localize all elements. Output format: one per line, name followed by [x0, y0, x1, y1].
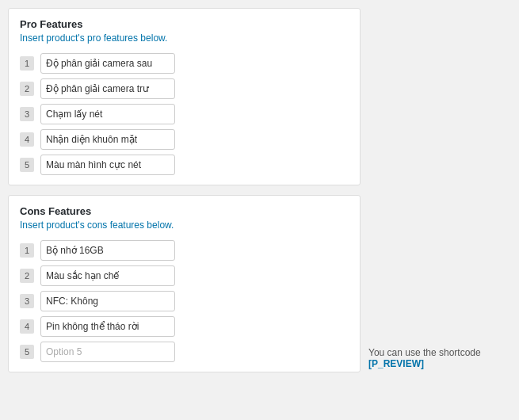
- pro-feature-item-4: 4: [20, 129, 349, 150]
- cons-features-title: Cons Features: [20, 205, 349, 217]
- pro-feature-input-2[interactable]: [40, 78, 175, 99]
- pro-feature-item-5: 5: [20, 155, 349, 175]
- cons-features-subtitle: Insert product's cons features below.: [20, 220, 349, 231]
- pro-feature-number-1: 1: [20, 56, 34, 71]
- cons-feature-item-2: 2: [20, 265, 349, 286]
- cons-feature-input-4[interactable]: [40, 316, 175, 337]
- cons-feature-item-5: 5: [20, 342, 349, 362]
- cons-feature-input-1[interactable]: [40, 240, 175, 261]
- right-panel: You can use the shortcode [P_REVIEW]: [368, 8, 511, 372]
- cons-feature-item-1: 1: [20, 240, 349, 261]
- pro-features-section: Pro Features Insert product's pro featur…: [8, 8, 361, 185]
- cons-feature-number-1: 1: [20, 243, 34, 258]
- pro-feature-input-5[interactable]: [40, 155, 175, 175]
- cons-features-section: Cons Features Insert product's cons feat…: [8, 195, 361, 372]
- pro-features-title: Pro Features: [20, 18, 349, 30]
- cons-feature-number-4: 4: [20, 319, 34, 334]
- pro-feature-input-3[interactable]: [40, 104, 175, 124]
- pro-feature-item-2: 2: [20, 78, 349, 99]
- pro-feature-number-2: 2: [20, 82, 34, 96]
- cons-feature-item-3: 3: [20, 291, 349, 311]
- cons-feature-input-5[interactable]: [40, 342, 175, 362]
- pro-features-subtitle: Insert product's pro features below.: [20, 32, 349, 44]
- pro-feature-number-5: 5: [20, 158, 34, 172]
- shortcode-area: You can use the shortcode [P_REVIEW]: [368, 344, 511, 369]
- cons-feature-item-4: 4: [20, 316, 349, 337]
- cons-feature-input-3[interactable]: [40, 291, 175, 311]
- cons-features-list: 1 2 3 4 5: [20, 240, 349, 362]
- cons-feature-number-5: 5: [20, 345, 34, 359]
- pro-feature-input-4[interactable]: [40, 129, 175, 150]
- pro-features-list: 1 2 3 4 5: [20, 53, 349, 175]
- pro-feature-number-3: 3: [20, 107, 34, 121]
- pro-feature-item-1: 1: [20, 53, 349, 74]
- shortcode-text: You can use the shortcode [P_REVIEW]: [368, 347, 511, 369]
- pro-feature-number-4: 4: [20, 132, 34, 147]
- cons-feature-number-2: 2: [20, 269, 34, 283]
- shortcode-label: You can use the shortcode: [368, 347, 481, 358]
- cons-feature-number-3: 3: [20, 294, 34, 308]
- pro-feature-item-3: 3: [20, 104, 349, 124]
- shortcode-badge: [P_REVIEW]: [368, 358, 424, 369]
- pro-feature-input-1[interactable]: [40, 53, 175, 74]
- cons-feature-input-2[interactable]: [40, 265, 175, 286]
